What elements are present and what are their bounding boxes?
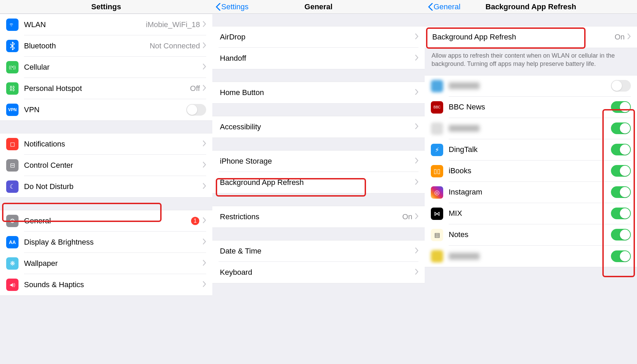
cellular-icon: ((•)) bbox=[6, 61, 19, 73]
chevron-right-icon bbox=[415, 55, 418, 62]
app-row[interactable]: ▯▯iBooks bbox=[425, 161, 637, 182]
row-label: Bluetooth bbox=[24, 42, 150, 50]
settings-bluetooth[interactable]: Bluetooth Not Connected bbox=[0, 35, 212, 57]
app-icon: ⋈ bbox=[431, 208, 443, 220]
control-center-icon: ⊟ bbox=[6, 159, 19, 172]
row-label: Restrictions bbox=[219, 212, 402, 221]
navbar-bar: General Background App Refresh bbox=[425, 0, 637, 14]
general-background-app-refresh[interactable]: Background App Refresh bbox=[212, 172, 425, 193]
row-label: Notifications bbox=[24, 140, 203, 149]
app-toggle[interactable] bbox=[611, 186, 631, 198]
app-icon: ◎ bbox=[431, 186, 443, 199]
general-home-button[interactable]: Home Button bbox=[212, 82, 425, 103]
row-label: VPN bbox=[24, 105, 186, 114]
general-badge: 1 bbox=[191, 217, 199, 225]
back-label: General bbox=[434, 2, 460, 11]
general-airdrop[interactable]: AirDrop bbox=[212, 26, 425, 48]
row-label: General bbox=[24, 216, 191, 225]
settings-general[interactable]: ⚙︎ General 1 bbox=[0, 210, 212, 232]
general-icon: ⚙︎ bbox=[6, 215, 19, 227]
settings-notifications[interactable]: ◻︎ Notifications bbox=[0, 133, 212, 155]
display-icon: AA bbox=[6, 236, 19, 248]
back-to-settings[interactable]: Settings bbox=[216, 2, 249, 11]
app-row[interactable]: ⚡︎DingTalk bbox=[425, 139, 637, 161]
settings-wlan[interactable]: ᯤ WLAN iMobie_WiFi_18 bbox=[0, 14, 212, 35]
general-keyboard[interactable]: Keyboard bbox=[212, 262, 425, 283]
settings-wallpaper[interactable]: ❋ Wallpaper bbox=[0, 253, 212, 274]
chevron-right-icon bbox=[415, 179, 418, 186]
app-row[interactable] bbox=[425, 75, 637, 97]
notifications-icon: ◻︎ bbox=[6, 138, 19, 150]
app-label: Notes bbox=[449, 230, 530, 239]
app-toggle[interactable] bbox=[611, 229, 631, 240]
navbar-settings: Settings bbox=[0, 0, 212, 14]
settings-pane: Settings ᯤ WLAN iMobie_WiFi_18 Bluetooth… bbox=[0, 0, 212, 364]
app-toggle[interactable] bbox=[611, 250, 631, 262]
general-handoff[interactable]: Handoff bbox=[212, 48, 425, 69]
settings-control-center[interactable]: ⊟ Control Center bbox=[0, 155, 212, 176]
app-label bbox=[449, 82, 480, 89]
row-label: Do Not Disturb bbox=[24, 182, 203, 191]
app-label: iBooks bbox=[449, 166, 530, 175]
app-label bbox=[449, 125, 480, 132]
bar-list[interactable]: Background App Refresh On Allow apps to … bbox=[425, 14, 637, 364]
app-icon bbox=[431, 80, 443, 92]
bar-master-setting[interactable]: Background App Refresh On bbox=[425, 26, 637, 48]
app-row[interactable]: ⋈MIX bbox=[425, 203, 637, 224]
row-label: Date & Time bbox=[219, 247, 415, 256]
chevron-right-icon bbox=[627, 33, 631, 41]
row-label: Handoff bbox=[219, 54, 415, 63]
app-toggle[interactable] bbox=[611, 208, 631, 219]
settings-list[interactable]: ᯤ WLAN iMobie_WiFi_18 Bluetooth Not Conn… bbox=[0, 14, 212, 364]
wallpaper-icon: ❋ bbox=[6, 257, 19, 270]
app-toggle[interactable] bbox=[611, 144, 631, 155]
row-label: WLAN bbox=[24, 20, 146, 29]
chevron-right-icon bbox=[415, 269, 418, 276]
app-row[interactable] bbox=[425, 246, 637, 267]
settings-dnd[interactable]: ☾ Do Not Disturb bbox=[0, 176, 212, 197]
app-label: DingTalk bbox=[449, 145, 530, 154]
row-value: iMobie_WiFi_18 bbox=[146, 20, 200, 29]
chevron-right-icon bbox=[203, 140, 206, 148]
app-icon: ▤ bbox=[431, 229, 443, 241]
vpn-icon: VPN bbox=[6, 104, 19, 116]
chevron-right-icon bbox=[415, 213, 418, 221]
app-toggle[interactable] bbox=[611, 80, 631, 92]
chevron-right-icon bbox=[415, 33, 418, 41]
app-toggle[interactable] bbox=[611, 165, 631, 177]
row-label: Personal Hotspot bbox=[24, 84, 190, 93]
general-restrictions[interactable]: Restrictions On bbox=[212, 206, 425, 227]
general-date-time[interactable]: Date & Time bbox=[212, 240, 425, 262]
settings-sounds[interactable]: ◀︎)) Sounds & Haptics bbox=[0, 274, 212, 295]
settings-hotspot[interactable]: ⛓ Personal Hotspot Off bbox=[0, 78, 212, 99]
row-label: Display & Brightness bbox=[24, 238, 203, 247]
bar-footer-note: Allow apps to refresh their content when… bbox=[425, 48, 637, 68]
app-icon: BBC bbox=[431, 101, 443, 114]
vpn-toggle[interactable] bbox=[186, 104, 206, 116]
app-row[interactable]: BBCBBC News bbox=[425, 97, 637, 118]
row-value: Off bbox=[190, 84, 200, 93]
row-value: On bbox=[402, 212, 412, 221]
row-label: Accessibility bbox=[219, 122, 415, 131]
settings-vpn[interactable]: VPN VPN bbox=[0, 99, 212, 120]
general-list[interactable]: AirDrop Handoff Home Button Accessibilit… bbox=[212, 14, 425, 364]
row-label: Control Center bbox=[24, 161, 203, 170]
row-label: Keyboard bbox=[219, 268, 415, 277]
row-label: Home Button bbox=[219, 88, 415, 97]
dnd-icon: ☾ bbox=[6, 180, 19, 193]
app-row[interactable]: ▤Notes bbox=[425, 224, 637, 246]
app-toggle[interactable] bbox=[611, 122, 631, 134]
row-label: Sounds & Haptics bbox=[24, 280, 203, 289]
back-to-general[interactable]: General bbox=[428, 2, 460, 11]
general-accessibility[interactable]: Accessibility bbox=[212, 116, 425, 138]
settings-display[interactable]: AA Display & Brightness bbox=[0, 232, 212, 253]
settings-cellular[interactable]: ((•)) Cellular bbox=[0, 57, 212, 78]
app-row[interactable] bbox=[425, 118, 637, 139]
wifi-icon: ᯤ bbox=[6, 19, 19, 31]
chevron-right-icon bbox=[203, 217, 206, 225]
row-label: Wallpaper bbox=[24, 259, 203, 268]
app-row[interactable]: ◎Instagram bbox=[425, 182, 637, 203]
general-iphone-storage[interactable]: iPhone Storage bbox=[212, 151, 425, 172]
chevron-right-icon bbox=[203, 260, 206, 267]
app-toggle[interactable] bbox=[611, 101, 631, 113]
